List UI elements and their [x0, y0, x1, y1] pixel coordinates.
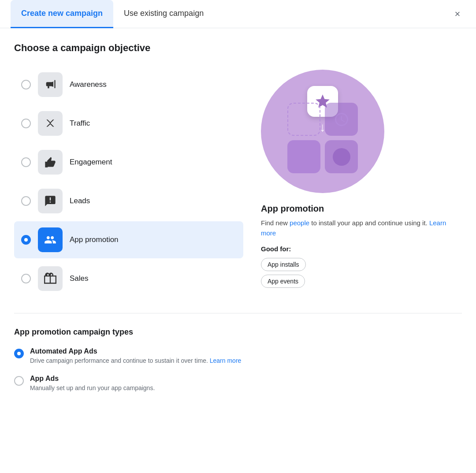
radio-sales[interactable] — [21, 274, 31, 283]
app-promotion-icon — [38, 227, 63, 252]
leads-icon — [38, 189, 63, 213]
type-info-app-ads: App Ads Manually set up and run your app… — [30, 375, 155, 391]
radio-engagement[interactable] — [21, 157, 31, 167]
objective-item-awareness[interactable]: Awareness — [14, 66, 243, 103]
desc-link-people[interactable]: people — [290, 219, 309, 227]
awareness-icon — [38, 72, 63, 97]
app-grid — [287, 103, 358, 173]
traffic-label: Traffic — [70, 119, 90, 128]
objective-item-traffic[interactable]: Traffic — [14, 105, 243, 142]
app-cell-clock — [325, 103, 358, 136]
header: Create new campaign Use existing campaig… — [0, 0, 476, 28]
desc-middle: to install your app and continue using i… — [309, 219, 429, 227]
type-desc-automated: Drive campaign performance and continue … — [30, 357, 241, 364]
app-cell-dashed — [287, 103, 320, 136]
radio-app-ads[interactable] — [14, 376, 24, 386]
desc-prefix: Find new — [261, 219, 290, 227]
radio-automated[interactable] — [14, 349, 24, 358]
type-item-app-ads[interactable]: App Ads Manually set up and run your app… — [14, 375, 462, 391]
type-info-automated: Automated App Ads Drive campaign perform… — [30, 347, 241, 364]
tag-app-installs: App installs — [261, 258, 306, 271]
app-promotion-label: App promotion — [70, 235, 119, 244]
content-row: Awareness Traffic — [14, 66, 462, 297]
tab-use-existing-campaign[interactable]: Use existing campaign — [113, 0, 214, 28]
app-cell-solid1 — [287, 140, 320, 173]
awareness-label: Awareness — [70, 80, 107, 89]
campaign-types-title: App promotion campaign types — [14, 328, 462, 337]
leads-label: Leads — [70, 197, 90, 205]
tab-create-new-campaign[interactable]: Create new campaign — [11, 0, 113, 28]
traffic-icon — [38, 111, 63, 136]
sales-icon — [38, 266, 63, 291]
info-panel: ↓ — [261, 66, 462, 297]
objective-item-sales[interactable]: Sales — [14, 260, 243, 297]
campaign-types-section: App promotion campaign types Automated A… — [14, 313, 462, 391]
main-content: Choose a campaign objective Awareness — [0, 28, 476, 420]
good-for-label: Good for: — [261, 245, 462, 253]
radio-traffic[interactable] — [21, 119, 31, 128]
objective-item-app-promotion[interactable]: App promotion — [14, 221, 243, 258]
type-item-automated[interactable]: Automated App Ads Drive campaign perform… — [14, 347, 462, 364]
type-label-app-ads: App Ads — [30, 375, 155, 383]
section-title: Choose a campaign objective — [14, 42, 462, 54]
radio-leads[interactable] — [21, 196, 31, 206]
engagement-icon — [38, 150, 63, 175]
objective-item-leads[interactable]: Leads — [14, 182, 243, 220]
objective-item-engagement[interactable]: Engagement — [14, 144, 243, 181]
info-title: App promotion — [261, 204, 462, 214]
objective-list: Awareness Traffic — [14, 66, 243, 297]
radio-awareness[interactable] — [21, 80, 31, 89]
sales-label: Sales — [70, 274, 89, 283]
down-arrow-icon: ↓ — [320, 120, 326, 134]
type-label-automated: Automated App Ads — [30, 347, 241, 355]
info-description: Find new people to install your app and … — [261, 218, 462, 238]
tag-app-events: App events — [261, 275, 305, 288]
tags-container: App installs App events — [261, 258, 462, 291]
app-cell-circle — [325, 140, 358, 173]
type-desc-app-ads: Manually set up and run your app campaig… — [30, 384, 155, 391]
learn-more-automated[interactable]: Learn more — [210, 357, 242, 364]
app-promotion-illustration: ↓ — [261, 70, 384, 193]
close-button[interactable]: × — [450, 6, 465, 22]
radio-app-promotion[interactable] — [21, 235, 31, 245]
engagement-label: Engagement — [70, 158, 112, 167]
